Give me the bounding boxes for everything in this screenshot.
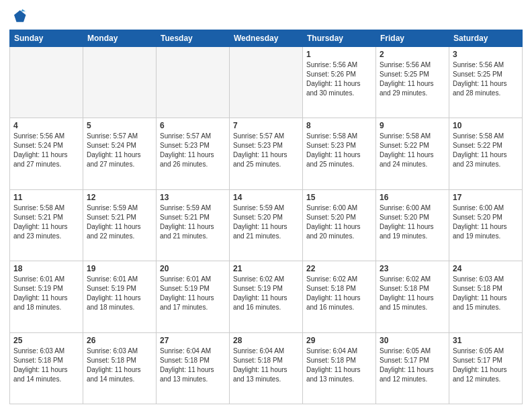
weekday-header-friday: Friday bbox=[376, 30, 449, 47]
calendar-cell: 7Sunrise: 5:57 AMSunset: 5:23 PMDaylight… bbox=[230, 118, 303, 189]
day-info: Sunrise: 5:59 AMSunset: 5:20 PMDaylight:… bbox=[233, 203, 299, 241]
day-number: 27 bbox=[160, 336, 226, 345]
day-number: 2 bbox=[380, 50, 445, 59]
day-info: Sunrise: 5:56 AMSunset: 5:25 PMDaylight:… bbox=[380, 60, 445, 98]
calendar-week-3: 11Sunrise: 5:58 AMSunset: 5:21 PMDayligh… bbox=[10, 189, 523, 261]
calendar-cell: 30Sunrise: 6:05 AMSunset: 5:17 PMDayligh… bbox=[376, 332, 449, 404]
calendar-week-4: 18Sunrise: 6:01 AMSunset: 5:19 PMDayligh… bbox=[10, 261, 523, 332]
calendar-cell: 28Sunrise: 6:04 AMSunset: 5:18 PMDayligh… bbox=[230, 332, 303, 404]
calendar-cell: 22Sunrise: 6:02 AMSunset: 5:18 PMDayligh… bbox=[303, 261, 376, 332]
day-number: 25 bbox=[13, 336, 79, 345]
weekday-header-sunday: Sunday bbox=[10, 30, 83, 47]
day-info: Sunrise: 6:05 AMSunset: 5:17 PMDaylight:… bbox=[380, 347, 445, 384]
day-info: Sunrise: 6:03 AMSunset: 5:18 PMDaylight:… bbox=[453, 275, 519, 312]
calendar-cell: 4Sunrise: 5:56 AMSunset: 5:24 PMDaylight… bbox=[10, 118, 83, 189]
day-info: Sunrise: 5:56 AMSunset: 5:24 PMDaylight:… bbox=[13, 132, 79, 169]
day-info: Sunrise: 6:02 AMSunset: 5:19 PMDaylight:… bbox=[233, 275, 299, 312]
day-info: Sunrise: 5:56 AMSunset: 5:25 PMDaylight:… bbox=[453, 60, 519, 98]
calendar-cell: 26Sunrise: 6:03 AMSunset: 5:18 PMDayligh… bbox=[83, 332, 157, 404]
calendar-cell: 8Sunrise: 5:58 AMSunset: 5:23 PMDaylight… bbox=[303, 118, 376, 189]
header bbox=[9, 7, 523, 26]
calendar-cell: 5Sunrise: 5:57 AMSunset: 5:24 PMDaylight… bbox=[83, 118, 157, 189]
day-number: 22 bbox=[306, 264, 372, 273]
calendar-cell bbox=[83, 47, 157, 118]
day-number: 13 bbox=[160, 193, 226, 202]
calendar-cell: 3Sunrise: 5:56 AMSunset: 5:25 PMDaylight… bbox=[449, 47, 523, 118]
calendar-cell: 27Sunrise: 6:04 AMSunset: 5:18 PMDayligh… bbox=[157, 332, 230, 404]
weekday-header-thursday: Thursday bbox=[303, 30, 376, 47]
calendar-cell: 12Sunrise: 5:59 AMSunset: 5:21 PMDayligh… bbox=[83, 189, 157, 261]
calendar-cell: 17Sunrise: 6:00 AMSunset: 5:20 PMDayligh… bbox=[449, 189, 523, 261]
calendar-cell: 29Sunrise: 6:04 AMSunset: 5:18 PMDayligh… bbox=[303, 332, 376, 404]
day-number: 15 bbox=[306, 193, 372, 202]
weekday-header-monday: Monday bbox=[83, 30, 157, 47]
calendar-cell: 11Sunrise: 5:58 AMSunset: 5:21 PMDayligh… bbox=[10, 189, 83, 261]
calendar-cell: 24Sunrise: 6:03 AMSunset: 5:18 PMDayligh… bbox=[449, 261, 523, 332]
calendar-cell: 20Sunrise: 6:01 AMSunset: 5:19 PMDayligh… bbox=[157, 261, 230, 332]
calendar-cell: 15Sunrise: 6:00 AMSunset: 5:20 PMDayligh… bbox=[303, 189, 376, 261]
calendar-cell: 31Sunrise: 6:05 AMSunset: 5:17 PMDayligh… bbox=[449, 332, 523, 404]
day-number: 26 bbox=[87, 336, 152, 345]
day-info: Sunrise: 6:04 AMSunset: 5:18 PMDaylight:… bbox=[233, 347, 299, 384]
calendar-cell: 21Sunrise: 6:02 AMSunset: 5:19 PMDayligh… bbox=[230, 261, 303, 332]
day-info: Sunrise: 5:59 AMSunset: 5:21 PMDaylight:… bbox=[160, 203, 226, 241]
logo-icon bbox=[9, 7, 28, 26]
day-info: Sunrise: 5:56 AMSunset: 5:26 PMDaylight:… bbox=[306, 60, 372, 98]
day-number: 7 bbox=[233, 121, 299, 130]
calendar-cell bbox=[230, 47, 303, 118]
day-number: 18 bbox=[13, 264, 79, 273]
day-number: 23 bbox=[380, 264, 445, 273]
day-number: 29 bbox=[306, 336, 372, 345]
day-info: Sunrise: 5:57 AMSunset: 5:24 PMDaylight:… bbox=[87, 132, 152, 169]
day-number: 8 bbox=[306, 121, 372, 130]
day-info: Sunrise: 6:05 AMSunset: 5:17 PMDaylight:… bbox=[453, 347, 519, 384]
day-info: Sunrise: 5:58 AMSunset: 5:21 PMDaylight:… bbox=[13, 203, 79, 241]
calendar-cell: 19Sunrise: 6:01 AMSunset: 5:19 PMDayligh… bbox=[83, 261, 157, 332]
day-info: Sunrise: 5:58 AMSunset: 5:22 PMDaylight:… bbox=[453, 132, 519, 169]
day-number: 14 bbox=[233, 193, 299, 202]
calendar-week-5: 25Sunrise: 6:03 AMSunset: 5:18 PMDayligh… bbox=[10, 332, 523, 404]
day-number: 19 bbox=[87, 264, 152, 273]
day-number: 6 bbox=[160, 121, 226, 130]
day-info: Sunrise: 6:02 AMSunset: 5:18 PMDaylight:… bbox=[380, 275, 445, 312]
calendar-week-1: 1Sunrise: 5:56 AMSunset: 5:26 PMDaylight… bbox=[10, 47, 523, 118]
day-info: Sunrise: 5:59 AMSunset: 5:21 PMDaylight:… bbox=[87, 203, 152, 241]
day-info: Sunrise: 6:04 AMSunset: 5:18 PMDaylight:… bbox=[160, 347, 226, 384]
day-number: 10 bbox=[453, 121, 519, 130]
day-number: 4 bbox=[13, 121, 79, 130]
calendar-cell: 14Sunrise: 5:59 AMSunset: 5:20 PMDayligh… bbox=[230, 189, 303, 261]
calendar-cell: 16Sunrise: 6:00 AMSunset: 5:20 PMDayligh… bbox=[376, 189, 449, 261]
page: SundayMondayTuesdayWednesdayThursdayFrid… bbox=[0, 0, 532, 411]
day-number: 3 bbox=[453, 50, 519, 59]
day-info: Sunrise: 6:01 AMSunset: 5:19 PMDaylight:… bbox=[87, 275, 152, 312]
day-number: 24 bbox=[453, 264, 519, 273]
calendar-cell: 1Sunrise: 5:56 AMSunset: 5:26 PMDaylight… bbox=[303, 47, 376, 118]
day-number: 16 bbox=[380, 193, 445, 202]
weekday-header-saturday: Saturday bbox=[449, 30, 523, 47]
day-info: Sunrise: 5:57 AMSunset: 5:23 PMDaylight:… bbox=[233, 132, 299, 169]
day-number: 20 bbox=[160, 264, 226, 273]
day-info: Sunrise: 6:01 AMSunset: 5:19 PMDaylight:… bbox=[13, 275, 79, 312]
logo bbox=[9, 7, 30, 26]
weekday-header-wednesday: Wednesday bbox=[230, 30, 303, 47]
day-number: 30 bbox=[380, 336, 445, 345]
day-info: Sunrise: 5:58 AMSunset: 5:23 PMDaylight:… bbox=[306, 132, 372, 169]
day-info: Sunrise: 6:03 AMSunset: 5:18 PMDaylight:… bbox=[87, 347, 152, 384]
day-number: 1 bbox=[306, 50, 372, 59]
svg-marker-0 bbox=[14, 10, 26, 22]
day-info: Sunrise: 6:03 AMSunset: 5:18 PMDaylight:… bbox=[13, 347, 79, 384]
calendar-cell: 23Sunrise: 6:02 AMSunset: 5:18 PMDayligh… bbox=[376, 261, 449, 332]
calendar-cell: 9Sunrise: 5:58 AMSunset: 5:22 PMDaylight… bbox=[376, 118, 449, 189]
weekday-header-tuesday: Tuesday bbox=[157, 30, 230, 47]
day-info: Sunrise: 6:00 AMSunset: 5:20 PMDaylight:… bbox=[306, 203, 372, 241]
calendar-cell: 13Sunrise: 5:59 AMSunset: 5:21 PMDayligh… bbox=[157, 189, 230, 261]
day-number: 17 bbox=[453, 193, 519, 202]
day-number: 5 bbox=[87, 121, 152, 130]
calendar-cell bbox=[157, 47, 230, 118]
calendar-cell: 18Sunrise: 6:01 AMSunset: 5:19 PMDayligh… bbox=[10, 261, 83, 332]
day-number: 11 bbox=[13, 193, 79, 202]
day-number: 31 bbox=[453, 336, 519, 345]
weekday-header-row: SundayMondayTuesdayWednesdayThursdayFrid… bbox=[10, 30, 523, 47]
calendar-cell: 10Sunrise: 5:58 AMSunset: 5:22 PMDayligh… bbox=[449, 118, 523, 189]
calendar-cell: 6Sunrise: 5:57 AMSunset: 5:23 PMDaylight… bbox=[157, 118, 230, 189]
